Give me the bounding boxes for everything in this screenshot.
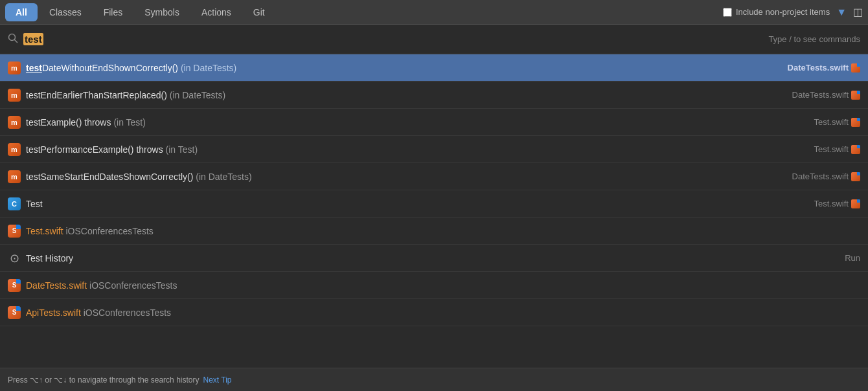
result-file-name-orange: DateTests.swift [26, 280, 87, 291]
table-row[interactable]: m testSameStartEndDatesShownCorrectly() … [0, 163, 868, 190]
tab-all[interactable]: All [5, 3, 38, 21]
tab-symbols[interactable]: Symbols [134, 3, 190, 21]
tab-files[interactable]: Files [93, 3, 133, 21]
result-name: DateTests.swift iOSConferencesTests [26, 280, 860, 291]
table-row[interactable]: ⊙ Test History Run [0, 245, 868, 272]
result-name: ApiTests.swift iOSConferencesTests [26, 307, 860, 318]
result-file-name: Test.swift [814, 144, 849, 154]
result-file-name: Test.swift [814, 117, 849, 127]
file-icon [851, 118, 860, 127]
method-icon: m [8, 116, 21, 129]
result-file-name-orange: ApiTests.swift [26, 307, 81, 318]
result-name: testPerformanceExample() throws (in Test… [26, 144, 814, 155]
search-icon [8, 33, 18, 45]
table-row[interactable]: m testPerformanceExample() throws (in Te… [0, 136, 868, 163]
results-list: m testDateWithoutEndShownCorrectly() (in… [0, 54, 868, 368]
tab-git[interactable]: Git [243, 3, 275, 21]
svg-line-1 [15, 40, 17, 43]
method-icon: m [8, 61, 21, 74]
table-row[interactable]: S DateTests.swift iOSConferencesTests [0, 272, 868, 299]
result-file-name: DateTests.swift [792, 172, 849, 181]
file-icon [851, 172, 860, 181]
result-file: DateTests.swift [792, 90, 860, 100]
result-file: Test.swift [814, 144, 860, 154]
method-icon: m [8, 143, 21, 156]
tab-bar: All Classes Files Symbols Actions Git In… [0, 0, 868, 25]
search-highlight: test [23, 33, 43, 45]
result-name: testEndEarlierThanStartReplaced() (in Da… [26, 90, 792, 100]
result-file-name: DateTests.swift [788, 63, 849, 73]
result-file-name: Test.swift [814, 199, 849, 208]
result-file-name-orange: Test.swift [26, 226, 63, 236]
search-bar: test Type / to see commands [0, 25, 868, 54]
table-row[interactable]: m testDateWithoutEndShownCorrectly() (in… [0, 54, 868, 82]
class-icon: C [8, 197, 21, 210]
result-file: DateTests.swift [788, 63, 860, 73]
tip-text: Press ⌥↑ or ⌥↓ to navigate through the s… [8, 375, 199, 385]
table-row[interactable]: m testExample() throws (in Test) Test.sw… [0, 109, 868, 136]
next-tip-button[interactable]: Next Tip [203, 375, 231, 385]
file-icon [851, 145, 860, 154]
tip-bar: Press ⌥↑ or ⌥↓ to navigate through the s… [0, 368, 868, 391]
result-file-name: DateTests.swift [792, 90, 849, 100]
result-name-highlight: test [26, 63, 42, 73]
file-icon [851, 63, 860, 73]
file-icon [851, 91, 860, 100]
main-content: test Type / to see commands m testDateWi… [0, 25, 868, 391]
method-icon: m [8, 89, 21, 102]
result-name: testDateWithoutEndShownCorrectly() (in D… [26, 63, 788, 73]
file-icon [851, 199, 860, 208]
result-module-name: iOSConferencesTests [65, 226, 153, 236]
result-name: Test History [26, 253, 845, 263]
include-non-project-checkbox[interactable] [723, 8, 732, 17]
include-non-project-text: Include non-project items [736, 7, 830, 17]
tab-classes[interactable]: Classes [39, 3, 92, 21]
tab-actions[interactable]: Actions [191, 3, 242, 21]
search-input[interactable]: test [23, 33, 768, 45]
result-file: Test.swift [814, 117, 860, 127]
table-row[interactable]: S Test.swift iOSConferencesTests [0, 218, 868, 245]
swift-file-icon: S [8, 306, 21, 319]
result-name: Test.swift iOSConferencesTests [26, 226, 860, 236]
swift-file-icon: S [8, 225, 21, 238]
filter-icon[interactable]: ▼ [836, 6, 847, 18]
run-label: Run [845, 253, 860, 263]
table-row[interactable]: m testEndEarlierThanStartReplaced() (in … [0, 82, 868, 109]
result-file: DateTests.swift [792, 172, 860, 181]
grid-icon[interactable]: ◫ [853, 6, 863, 18]
search-hint: Type / to see commands [768, 34, 860, 44]
result-file: Test.swift [814, 199, 860, 208]
tab-bar-right: Include non-project items ▼ ◫ [723, 6, 863, 18]
table-row[interactable]: S ApiTests.swift iOSConferencesTests [0, 299, 868, 326]
table-row[interactable]: C Test Test.swift [0, 190, 868, 218]
result-name: Test [26, 199, 814, 209]
result-module-name: iOSConferencesTests [84, 307, 171, 318]
result-name-rest: DateWithoutEndShownCorrectly() (in DateT… [42, 63, 236, 73]
method-icon: m [8, 170, 21, 183]
history-icon: ⊙ [8, 252, 21, 265]
result-name: testExample() throws (in Test) [26, 117, 814, 128]
result-module-name: iOSConferencesTests [89, 280, 177, 291]
swift-file-icon: S [8, 279, 21, 292]
result-name: testSameStartEndDatesShownCorrectly() (i… [26, 172, 792, 182]
include-non-project-label[interactable]: Include non-project items [723, 7, 830, 17]
